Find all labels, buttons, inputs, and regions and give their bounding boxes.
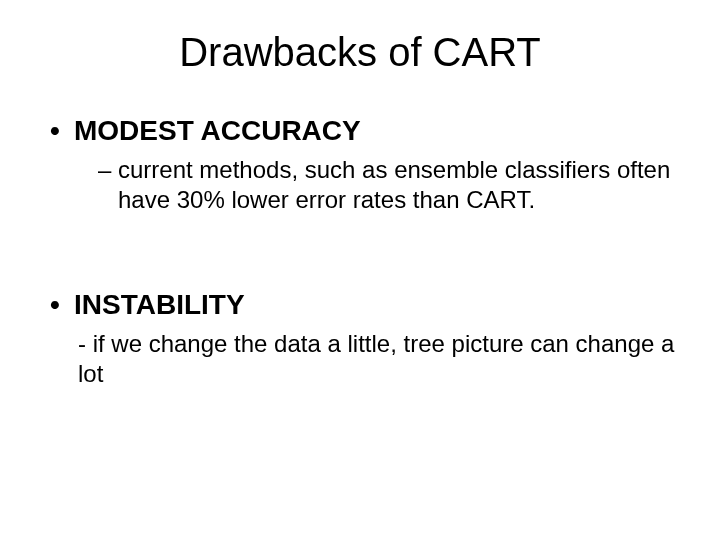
slide-title: Drawbacks of CART [40,30,680,75]
slide: Drawbacks of CART MODEST ACCURACY curren… [0,0,720,540]
sub-instability: - if we change the data a little, tree p… [78,329,680,389]
bullet-modest-accuracy: MODEST ACCURACY [50,115,680,147]
sub-modest-accuracy: current methods, such as ensemble classi… [98,155,680,215]
bullet-instability: INSTABILITY [50,289,680,321]
spacer [40,245,680,271]
